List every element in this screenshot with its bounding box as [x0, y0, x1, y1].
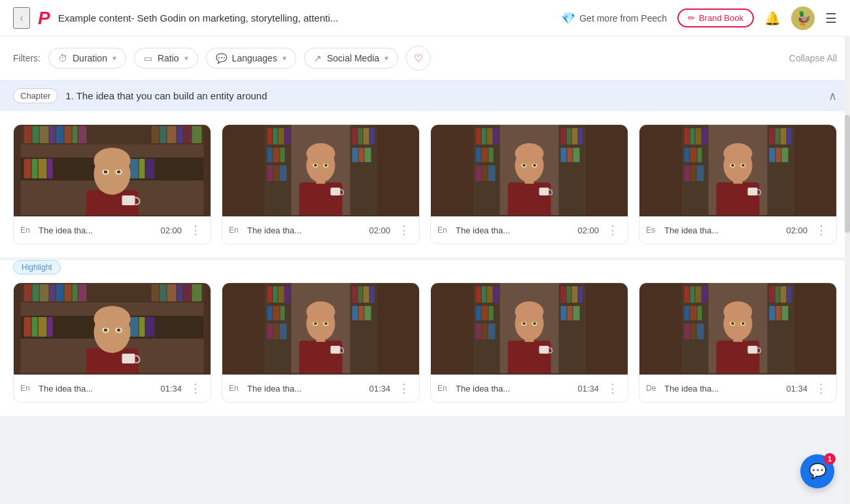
svg-rect-255	[770, 306, 775, 320]
more-options-button[interactable]: ⋮	[187, 223, 204, 237]
svg-rect-117	[775, 128, 780, 144]
svg-rect-82	[488, 165, 496, 181]
video-card[interactable]: EnThe idea tha...01:34⋮	[222, 282, 420, 403]
collapse-all-button[interactable]: Collapse All	[789, 53, 837, 63]
svg-rect-84	[561, 128, 566, 144]
get-more-label: Get more from Peech	[579, 13, 667, 24]
ratio-chevron-icon: ▾	[184, 54, 188, 63]
video-info: EnThe idea tha...02:00⋮	[14, 216, 211, 244]
more-options-button[interactable]: ⋮	[604, 223, 621, 237]
svg-rect-205	[331, 346, 341, 354]
svg-rect-149	[184, 284, 192, 301]
highlight-tag: Highlight	[13, 260, 61, 275]
svg-rect-191	[352, 306, 358, 320]
svg-rect-184	[274, 324, 279, 339]
chat-button[interactable]: 💬 1	[800, 454, 834, 488]
svg-rect-12	[167, 126, 177, 143]
svg-rect-114	[697, 165, 704, 181]
svg-rect-139	[40, 284, 49, 301]
more-options-button[interactable]: ⋮	[396, 223, 413, 237]
more-options-button[interactable]: ⋮	[187, 381, 204, 395]
svg-rect-212	[476, 306, 481, 320]
svg-rect-50	[280, 165, 287, 181]
svg-rect-257	[782, 306, 789, 320]
main-content: Chapter 1. The idea that you can build a…	[0, 80, 850, 504]
svg-rect-77	[476, 148, 481, 162]
duration-filter[interactable]: ⏱ Duration ▾	[48, 48, 126, 69]
svg-rect-53	[358, 128, 363, 144]
video-grid-row1: EnThe idea tha...02:00⋮	[0, 111, 850, 258]
brand-book-button[interactable]: ✏ Brand Book	[677, 8, 754, 27]
video-card[interactable]: EnThe idea tha...02:00⋮	[13, 124, 211, 244]
svg-rect-213	[482, 306, 488, 320]
svg-point-232	[522, 322, 526, 325]
ratio-filter[interactable]: ▭ Ratio ▾	[134, 48, 198, 69]
svg-rect-44	[285, 128, 290, 144]
svg-rect-89	[568, 148, 573, 162]
scrollbar-track[interactable]	[845, 37, 850, 504]
svg-rect-13	[177, 126, 183, 143]
video-card[interactable]: EsThe idea tha...02:00⋮	[639, 124, 837, 244]
video-title: The idea tha...	[39, 226, 155, 235]
video-card[interactable]: EnThe idea tha...02:00⋮	[222, 124, 420, 244]
svg-rect-88	[561, 148, 567, 162]
video-card[interactable]: EnThe idea tha...02:00⋮	[430, 124, 628, 244]
svg-rect-57	[359, 148, 364, 162]
svg-rect-253	[781, 286, 787, 303]
svg-rect-241	[690, 286, 695, 303]
svg-rect-150	[192, 284, 202, 301]
svg-rect-38	[122, 195, 135, 205]
svg-rect-134	[748, 188, 758, 195]
svg-rect-52	[352, 128, 358, 144]
menu-icon[interactable]: ☰	[825, 10, 837, 26]
svg-rect-87	[579, 128, 583, 144]
svg-point-126	[724, 143, 753, 164]
svg-rect-248	[691, 324, 696, 339]
svg-rect-208	[476, 286, 481, 303]
video-card[interactable]: EnThe idea tha...01:34⋮	[13, 282, 211, 403]
video-duration: 01:34	[369, 384, 390, 394]
video-info: EnThe idea tha...01:34⋮	[431, 375, 628, 402]
svg-rect-3	[33, 126, 39, 143]
notification-bell-icon[interactable]: 🔔	[764, 10, 781, 26]
more-options-button[interactable]: ⋮	[813, 381, 830, 395]
svg-rect-111	[698, 148, 702, 162]
svg-rect-258	[717, 341, 760, 373]
svg-rect-118	[781, 128, 787, 144]
back-button[interactable]: ‹	[13, 7, 30, 29]
video-thumbnail	[222, 283, 419, 375]
svg-rect-226	[508, 341, 551, 373]
svg-rect-142	[65, 284, 72, 301]
video-card[interactable]: DeThe idea tha...01:34⋮	[639, 282, 837, 403]
chapter-collapse-button[interactable]: ∧	[828, 89, 837, 103]
svg-rect-110	[690, 148, 697, 162]
svg-rect-138	[33, 284, 39, 301]
svg-rect-55	[370, 128, 375, 144]
svg-rect-215	[476, 324, 482, 339]
languages-filter[interactable]: 💬 Languages ▾	[206, 48, 296, 69]
svg-rect-249	[697, 324, 704, 339]
ratio-icon: ▭	[144, 53, 152, 63]
more-options-button[interactable]: ⋮	[604, 381, 621, 395]
video-card[interactable]: EnThe idea tha...01:34⋮	[430, 282, 628, 403]
svg-rect-178	[279, 286, 284, 303]
svg-rect-137	[24, 284, 32, 301]
favorites-filter[interactable]: ♡	[406, 46, 431, 71]
social-media-filter[interactable]: ↗ Social Media ▾	[304, 48, 398, 69]
svg-rect-185	[280, 324, 287, 339]
avatar[interactable]: 🦆	[791, 7, 815, 30]
svg-rect-177	[273, 286, 278, 303]
more-options-button[interactable]: ⋮	[396, 381, 413, 395]
share-icon: ↗	[314, 53, 322, 63]
video-duration: 02:00	[160, 226, 182, 235]
more-options-button[interactable]: ⋮	[813, 223, 830, 237]
svg-rect-85	[567, 128, 571, 144]
video-title: The idea tha...	[664, 226, 781, 235]
avatar-image: 🦆	[795, 10, 811, 26]
page-title: Example content- Seth Godin on marketing…	[58, 12, 554, 24]
video-duration: 01:34	[786, 384, 808, 394]
clock-icon: ⏱	[58, 53, 67, 63]
svg-rect-141	[56, 284, 64, 301]
scrollbar-thumb[interactable]	[845, 115, 850, 233]
video-info: EnThe idea tha...01:34⋮	[222, 375, 419, 402]
